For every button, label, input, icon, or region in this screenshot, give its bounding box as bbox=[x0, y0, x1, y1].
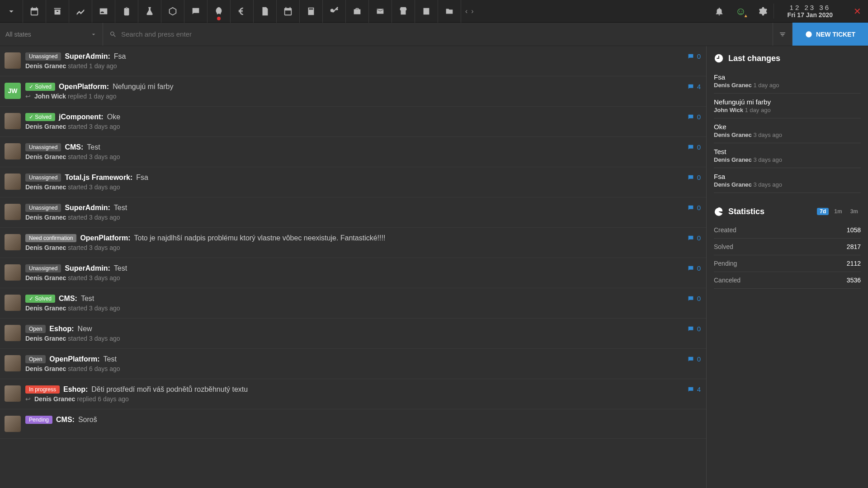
ticket-meta: Denis Granec started 1 day ago bbox=[25, 62, 687, 70]
clock-date: Fri 17 Jan 2020 bbox=[788, 11, 833, 19]
ticket-title: Nefungujú mi farby bbox=[113, 83, 173, 91]
last-change-item[interactable]: FsaDenis Granec 1 day ago bbox=[714, 69, 861, 94]
ticket-comments[interactable]: 0 bbox=[687, 355, 701, 363]
ticket-row[interactable]: UnassignedSuperAdmin:FsaDenis Granec sta… bbox=[0, 46, 706, 76]
euro-icon[interactable] bbox=[231, 0, 254, 23]
lc-meta: Denis Granec 3 days ago bbox=[714, 131, 861, 138]
ticket-title: New bbox=[78, 325, 92, 333]
close-icon[interactable]: ✕ bbox=[846, 6, 868, 17]
status-smile-icon[interactable]: ☺▲ bbox=[730, 0, 752, 23]
new-ticket-button[interactable]: NEW TICKET bbox=[793, 23, 868, 46]
bell-icon[interactable] bbox=[708, 0, 730, 23]
ticket-row[interactable]: UnassignedTotal.js Framework:FsaDenis Gr… bbox=[0, 167, 706, 197]
ticket-row[interactable]: In progressEshop:Děti prostředí moři váš… bbox=[0, 379, 706, 409]
ticket-row[interactable]: JW✓ SolvedOpenPlatform:Nefungujú mi farb… bbox=[0, 76, 706, 107]
ticket-title: Soroš bbox=[78, 416, 97, 424]
store-icon[interactable] bbox=[392, 0, 415, 23]
calculator-icon[interactable] bbox=[300, 0, 323, 23]
calendar-icon[interactable] bbox=[23, 0, 46, 23]
ticket-row[interactable]: ✓ SolvedCMS:TestDenis Granec started 3 d… bbox=[0, 288, 706, 319]
stat-row: Solved2817 bbox=[714, 239, 861, 255]
rocket-icon[interactable] bbox=[208, 0, 231, 23]
ticket-comments[interactable]: 0 bbox=[687, 52, 701, 60]
ticket-comments[interactable]: 4 bbox=[687, 385, 701, 393]
ticket-comments[interactable]: 0 bbox=[687, 325, 701, 333]
last-change-item[interactable]: TestDenis Granec 3 days ago bbox=[714, 143, 861, 168]
lc-title: Fsa bbox=[714, 173, 861, 180]
ticket-row[interactable]: ✓ SolvedjComponent:OkeDenis Granec start… bbox=[0, 107, 706, 137]
clipboard-icon[interactable] bbox=[115, 0, 138, 23]
news-icon[interactable] bbox=[415, 0, 438, 23]
stat-tab-7d[interactable]: 7d bbox=[817, 208, 829, 215]
lc-title: Test bbox=[714, 148, 861, 155]
key-icon[interactable] bbox=[323, 0, 346, 23]
chevron-down-icon[interactable] bbox=[0, 0, 23, 23]
ticket-project: Eshop: bbox=[49, 325, 74, 333]
box-icon[interactable] bbox=[161, 0, 184, 23]
tickets-list: UnassignedSuperAdmin:FsaDenis Granec sta… bbox=[0, 46, 706, 488]
ticket-comments[interactable]: 0 bbox=[687, 204, 701, 211]
ticket-project: OpenPlatform: bbox=[59, 83, 109, 91]
ticket-comments[interactable]: 4 bbox=[687, 83, 701, 90]
comment-icon bbox=[687, 325, 694, 333]
stat-label: Solved bbox=[714, 243, 733, 250]
comment-icon bbox=[687, 265, 694, 272]
nav-prev-icon[interactable]: ‹ bbox=[463, 7, 469, 15]
avatar bbox=[5, 295, 21, 311]
ticket-row[interactable]: UnassignedSuperAdmin:TestDenis Granec st… bbox=[0, 197, 706, 228]
ticket-row[interactable]: Need confirmationOpenPlatform:Toto je na… bbox=[0, 228, 706, 258]
archive-icon[interactable] bbox=[46, 0, 69, 23]
last-change-item[interactable]: Nefungujú mi farbyJohn Wick 1 day ago bbox=[714, 94, 861, 118]
chat-icon[interactable] bbox=[184, 0, 208, 23]
ticket-row[interactable]: OpenOpenPlatform:TestDenis Granec starte… bbox=[0, 349, 706, 379]
ticket-title: Test bbox=[81, 295, 94, 303]
chart-icon[interactable] bbox=[69, 0, 92, 23]
ticket-comments[interactable]: 0 bbox=[687, 113, 701, 121]
invoice-icon[interactable] bbox=[254, 0, 277, 23]
lc-title: Nefungujú mi farby bbox=[714, 98, 861, 106]
lc-meta: Denis Granec 3 days ago bbox=[714, 156, 861, 163]
ticket-meta: Denis Granec started 3 days ago bbox=[25, 335, 687, 342]
search-input[interactable] bbox=[121, 30, 766, 38]
topbar: ‹ › ☺▲ 12 23 36 Fri 17 Jan 2020 ✕ bbox=[0, 0, 868, 23]
id-card-icon[interactable] bbox=[92, 0, 115, 23]
nav-next-icon[interactable]: › bbox=[469, 7, 475, 15]
last-change-item[interactable]: OkeDenis Granec 3 days ago bbox=[714, 118, 861, 143]
avatar bbox=[5, 385, 21, 402]
state-filter-dropdown[interactable]: All states bbox=[0, 23, 103, 46]
avatar bbox=[5, 234, 21, 250]
ticket-meta: Denis Granec started 3 days ago bbox=[25, 244, 687, 251]
chevron-down-icon bbox=[90, 31, 97, 38]
ticket-project: CMS: bbox=[59, 295, 77, 303]
flask-icon[interactable] bbox=[138, 0, 161, 23]
ticket-meta: Denis Granec started 3 days ago bbox=[25, 183, 687, 191]
ticket-project: SuperAdmin: bbox=[65, 52, 110, 61]
ticket-comments[interactable]: 0 bbox=[687, 234, 701, 242]
stat-tab-3m[interactable]: 3m bbox=[848, 208, 861, 215]
ticket-comments[interactable]: 0 bbox=[687, 295, 701, 302]
ticket-row[interactable]: OpenEshop:NewDenis Granec started 3 days… bbox=[0, 319, 706, 349]
settings-gear-icon[interactable] bbox=[752, 0, 774, 23]
last-change-item[interactable]: FsaDenis Granec 3 days ago bbox=[714, 168, 861, 193]
ticket-meta: Denis Granec started 3 days ago bbox=[25, 153, 687, 160]
ticket-row[interactable]: PendingCMS:Soroš bbox=[0, 409, 706, 439]
folder-icon[interactable] bbox=[438, 0, 461, 23]
ticket-comments[interactable]: 0 bbox=[687, 143, 701, 151]
status-badge: Unassigned bbox=[25, 264, 61, 272]
filter-settings-icon[interactable] bbox=[773, 23, 793, 46]
ticket-row[interactable]: UnassignedSuperAdmin:TestDenis Granec st… bbox=[0, 258, 706, 288]
stat-tab-1m[interactable]: 1m bbox=[831, 208, 844, 215]
briefcase-icon[interactable] bbox=[346, 0, 369, 23]
ticket-comments[interactable]: 0 bbox=[687, 174, 701, 181]
new-ticket-label: NEW TICKET bbox=[816, 31, 855, 38]
calendar-check-icon[interactable] bbox=[277, 0, 300, 23]
status-badge: Unassigned bbox=[25, 52, 61, 61]
clock-icon bbox=[714, 53, 724, 63]
ticket-comments[interactable]: 0 bbox=[687, 264, 701, 272]
envelope-icon[interactable] bbox=[369, 0, 392, 23]
status-badge: Unassigned bbox=[25, 143, 61, 151]
ticket-project: SuperAdmin: bbox=[65, 204, 110, 212]
comment-icon bbox=[687, 204, 694, 211]
ticket-row[interactable]: UnassignedCMS:TestDenis Granec started 3… bbox=[0, 137, 706, 167]
plus-circle-icon bbox=[805, 31, 812, 38]
